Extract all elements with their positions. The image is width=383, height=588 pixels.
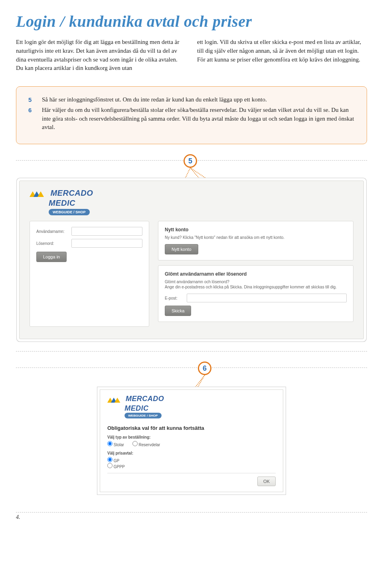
info-num-6: 6 <box>28 106 35 132</box>
email-label: E-post: <box>165 296 183 300</box>
logo-badge: WEBGUIDE / SHOP <box>49 209 90 215</box>
intro-col-1: Ett login gör det möjligt för dig att lä… <box>16 38 186 73</box>
screenshot-5-wrap: 5 MERCADO MEDIC WEBGUIDE / SHOP Användar… <box>16 160 367 352</box>
logo-badge-b: WEBGUIDE / SHOP <box>124 413 161 418</box>
page-title: Login / kundunika avtal och priser <box>16 12 367 31</box>
order-type-label: Välj typ av beställning: <box>107 435 276 439</box>
choice-title: Obligatoriska val för att kunna fortsätt… <box>107 425 276 431</box>
password-label: Lösenord: <box>36 241 67 246</box>
new-account-panel: Nytt konto Ny kund? Klicka "Nytt konto" … <box>158 221 353 260</box>
agreement-options: GP GPPP <box>107 457 276 469</box>
info-text-6: Här väljer du om du vill konfigurera/bes… <box>42 106 355 132</box>
logo: MERCADO MEDIC WEBGUIDE / SHOP <box>30 189 93 215</box>
callout-marker-6: 6 <box>198 362 211 375</box>
agreement-label: Välj prisavtal: <box>107 451 276 455</box>
order-type-options: Stolar Reservdelar <box>107 441 276 447</box>
login-window: MERCADO MEDIC WEBGUIDE / SHOP Användarna… <box>19 181 364 339</box>
opt-gp[interactable]: GP <box>107 457 268 463</box>
logo-stripes-icon <box>30 189 47 199</box>
page-number: 4. <box>16 514 20 520</box>
forgot-sub: Glömt användarnamn och lösenord? Ange di… <box>165 279 347 290</box>
callout-marker-5: 5 <box>184 154 197 168</box>
send-button[interactable]: Skicka <box>165 306 191 316</box>
logo-line2: MEDIC <box>49 199 75 207</box>
opt-reservdelar[interactable]: Reservdelar <box>132 443 160 447</box>
numbered-info-box: 5 Så här ser inloggningsfönstret ut. Om … <box>16 86 367 144</box>
forgot-title: Glömt användarnamn eller lösenord <box>165 271 347 277</box>
new-account-button[interactable]: Nytt konto <box>165 244 198 254</box>
login-panel: Användarnamn: Lösenord: Logga in <box>30 221 149 327</box>
logo-line2-b: MEDIC <box>124 404 148 412</box>
logo-line1-b: MERCADO <box>126 395 164 403</box>
intro-columns: Ett login gör det möjligt för dig att lä… <box>16 38 367 73</box>
svg-marker-2 <box>38 191 44 197</box>
logo-line1: MERCADO <box>50 189 93 197</box>
logo-stripes-icon <box>107 395 123 405</box>
choice-card: MERCADO MEDIC WEBGUIDE / SHOP Obligatori… <box>100 389 283 492</box>
username-input[interactable] <box>71 227 142 236</box>
svg-marker-5 <box>115 397 120 403</box>
new-account-title: Nytt konto <box>165 227 347 232</box>
info-text-5: Så här ser inloggningsfönstret ut. Om du… <box>42 95 355 104</box>
opt-stolar[interactable]: Stolar <box>107 443 124 447</box>
email-input[interactable] <box>187 294 347 302</box>
intro-col-2: ett login. Vill du skriva ut eller skick… <box>197 38 367 73</box>
password-input[interactable] <box>71 239 142 248</box>
info-num-5: 5 <box>28 95 35 104</box>
opt-gppp[interactable]: GPPP <box>107 463 268 469</box>
new-account-sub: Ny kund? Klicka "Nytt konto" nedan för a… <box>165 235 347 240</box>
username-label: Användarnamn: <box>36 229 67 234</box>
logo-small: MERCADO MEDIC WEBGUIDE / SHOP <box>107 395 164 419</box>
screenshot-6-wrap: 6 MERCADO MEDIC WEBGUIDE / SHOP Obligato… <box>16 368 367 513</box>
ok-button[interactable]: OK <box>257 477 276 486</box>
login-button[interactable]: Logga in <box>36 252 67 262</box>
forgot-panel: Glömt användarnamn eller lösenord Glömt … <box>158 265 353 322</box>
